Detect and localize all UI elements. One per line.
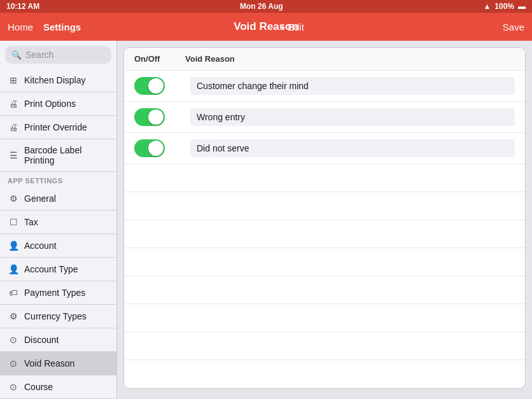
sidebar-item-account-type[interactable]: 👤 Account Type (0, 258, 116, 281)
sidebar-item-label: Account Type (24, 264, 78, 274)
toggle-col-3 (134, 139, 185, 157)
barcode-icon: ☰ (8, 150, 19, 161)
currency-types-icon: ⚙ (8, 311, 19, 322)
col-header-void-reason: Void Reason (185, 54, 515, 64)
sidebar-item-label: Void Reason (24, 358, 74, 368)
print-options-icon: 🖨 (8, 98, 19, 109)
void-reason-label-1: Customer change their mind (190, 77, 515, 95)
page-title: Void Reason (234, 20, 298, 33)
sidebar: 🔍 Search ⊞ Kitchen Display 🖨 Print Optio… (0, 41, 117, 399)
nav-left: Home Settings (8, 22, 81, 32)
empty-row (124, 192, 525, 220)
sidebar-item-course[interactable]: ⊙ Course (0, 375, 116, 399)
toggle-col-1 (134, 77, 185, 95)
content-area: On/Off Void Reason Customer change their… (117, 41, 532, 399)
sidebar-item-label: Printer Override (24, 122, 87, 132)
general-icon: ⚙ (8, 193, 19, 204)
toggle-thumb-2 (148, 109, 164, 125)
empty-row (124, 332, 525, 360)
void-reason-card: On/Off Void Reason Customer change their… (123, 47, 526, 389)
empty-row (124, 360, 525, 388)
table-header: On/Off Void Reason (124, 48, 525, 71)
course-icon: ⊙ (8, 381, 19, 393)
void-reason-label-2: Wrong entry (190, 108, 515, 126)
toggle-col-2 (134, 108, 185, 126)
sidebar-item-label: General (24, 193, 56, 204)
kitchen-display-icon: ⊞ (8, 74, 19, 86)
sidebar-item-printer-override[interactable]: 🖨 Printer Override (0, 116, 116, 139)
toggle-thumb-1 (148, 78, 164, 94)
main-layout: 🔍 Search ⊞ Kitchen Display 🖨 Print Optio… (0, 41, 532, 399)
wifi-icon: ▲ (483, 2, 491, 11)
save-button[interactable]: Save (503, 22, 524, 32)
toggle-track-1 (134, 77, 165, 95)
toggle-2[interactable] (134, 108, 165, 126)
nav-bar: Home Settings + Edit Void Reason Save (0, 13, 532, 41)
sidebar-item-barcode-label-printing[interactable]: ☰ Barcode Label Printing (0, 139, 116, 172)
void-reason-icon: ⊙ (8, 358, 19, 369)
discount-icon: ⊙ (8, 334, 19, 346)
battery-icon: ▬ (518, 2, 526, 11)
sidebar-item-label: Course (24, 382, 53, 392)
payment-types-icon: 🏷 (8, 287, 19, 298)
toggle-track-2 (134, 108, 165, 126)
empty-row (124, 304, 525, 332)
empty-row (124, 248, 525, 276)
sidebar-item-label: Discount (24, 335, 59, 345)
toggle-track-3 (134, 139, 165, 157)
home-button[interactable]: Home (8, 22, 33, 32)
sidebar-item-account[interactable]: 👤 Account (0, 234, 116, 258)
account-icon: 👤 (8, 240, 19, 251)
sidebar-item-label: Payment Types (24, 288, 85, 298)
status-time: 10:12 AM (6, 2, 39, 11)
table-row: Customer change their mind (124, 71, 525, 102)
sidebar-item-discount[interactable]: ⊙ Discount (0, 328, 116, 352)
empty-row (124, 164, 525, 192)
col-header-onoff: On/Off (134, 54, 185, 64)
printer-override-icon: 🖨 (8, 122, 19, 133)
sidebar-item-currency-types[interactable]: ⚙ Currency Types (0, 305, 116, 328)
search-bar[interactable]: 🔍 Search (5, 46, 111, 64)
toggle-thumb-3 (148, 141, 164, 156)
status-bar: 10:12 AM Mon 26 Aug ▲ 100% ▬ (0, 0, 532, 13)
empty-row (124, 276, 525, 304)
account-type-icon: 👤 (8, 263, 19, 275)
table-row: Did not serve (124, 133, 525, 164)
sidebar-item-label: Tax (24, 217, 38, 227)
tax-icon: ☐ (8, 216, 19, 228)
app-settings-section: APP SETTINGS (0, 172, 116, 187)
sidebar-item-print-options[interactable]: 🖨 Print Options (0, 92, 116, 116)
toggle-3[interactable] (134, 139, 165, 157)
sidebar-item-label: Barcode Label Printing (24, 145, 109, 165)
sidebar-item-payment-types[interactable]: 🏷 Payment Types (0, 281, 116, 305)
search-input[interactable]: Search (25, 50, 53, 60)
sidebar-item-label: Currency Types (24, 311, 87, 321)
void-reason-label-3: Did not serve (190, 139, 515, 157)
table-row: Wrong entry (124, 102, 525, 133)
settings-label: Settings (43, 22, 81, 32)
sidebar-item-void-reason[interactable]: ⊙ Void Reason (0, 352, 116, 375)
status-date: Mon 26 Aug (240, 2, 283, 11)
sidebar-item-label: Account (24, 241, 57, 251)
battery-level: 100% (494, 2, 514, 11)
search-icon: 🔍 (11, 50, 22, 60)
sidebar-item-label: Kitchen Display (24, 75, 86, 85)
sidebar-item-general[interactable]: ⚙ General (0, 187, 116, 211)
status-right: ▲ 100% ▬ (483, 2, 526, 11)
empty-row (124, 220, 525, 248)
sidebar-item-kitchen-display[interactable]: ⊞ Kitchen Display (0, 69, 116, 92)
sidebar-item-tax[interactable]: ☐ Tax (0, 211, 116, 234)
toggle-1[interactable] (134, 77, 165, 95)
sidebar-item-label: Print Options (24, 99, 76, 109)
